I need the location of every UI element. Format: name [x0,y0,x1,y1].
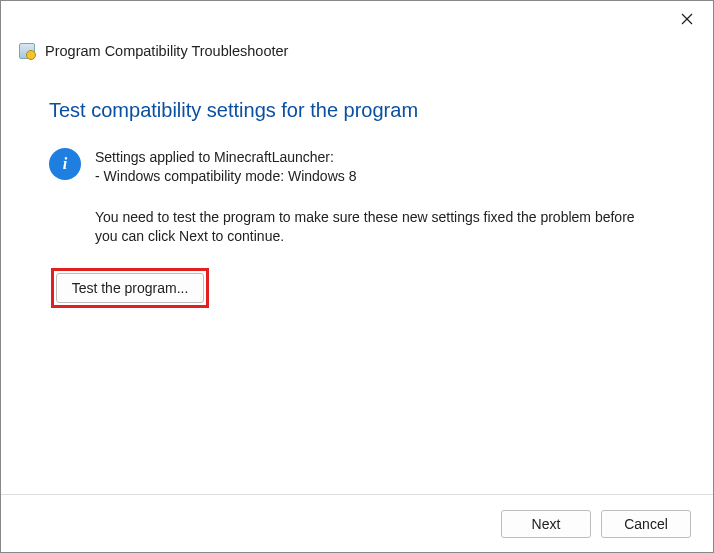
window-title: Program Compatibility Troubleshooter [45,43,288,59]
compat-mode-line: - Windows compatibility mode: Windows 8 [95,167,356,186]
test-program-button[interactable]: Test the program... [56,273,204,303]
page-heading: Test compatibility settings for the prog… [49,99,665,122]
settings-applied-line: Settings applied to MinecraftLauncher: [95,148,356,167]
info-text: Settings applied to MinecraftLauncher: -… [95,148,356,186]
highlight-annotation: Test the program... [51,268,209,308]
info-icon: i [49,148,81,180]
close-button[interactable] [671,5,703,33]
next-button[interactable]: Next [501,510,591,538]
header-row: Program Compatibility Troubleshooter [1,37,713,69]
troubleshooter-icon [19,43,35,59]
cancel-button[interactable]: Cancel [601,510,691,538]
dialog-window: Program Compatibility Troubleshooter Tes… [0,0,714,553]
dialog-footer: Next Cancel [1,494,713,552]
titlebar [1,1,713,37]
close-icon [681,13,693,25]
content-area: Test compatibility settings for the prog… [1,69,713,494]
instruction-text: You need to test the program to make sur… [95,208,655,246]
info-row: i Settings applied to MinecraftLauncher:… [49,148,665,186]
